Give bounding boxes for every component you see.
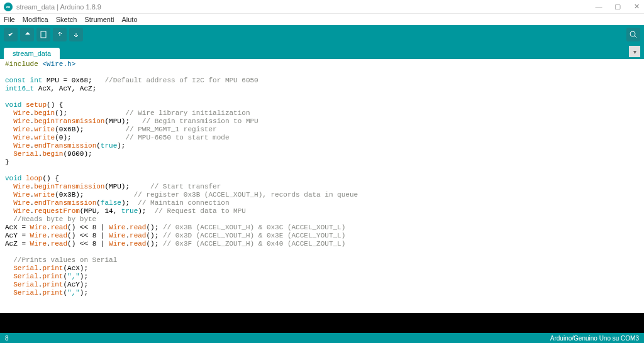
code-token: AcZ = <box>5 240 30 248</box>
code-token: // PWR_MGMT_1 register <box>125 126 216 133</box>
code-token: Wire <box>109 224 125 231</box>
code-token: (0x3B); <box>55 191 133 199</box>
code-token: // Begin transmission to MPU <box>142 117 258 125</box>
code-token: begin <box>34 109 55 117</box>
code-token: read <box>130 224 146 231</box>
code-token: } <box>5 158 9 166</box>
code-token: Serial <box>13 150 38 158</box>
code-token: write <box>34 134 55 141</box>
minimize-button[interactable]: — <box>595 3 602 11</box>
statusbar: 8 Arduino/Genuino Uno su COM3 <box>0 333 644 343</box>
tab-active[interactable]: stream_data <box>4 48 60 59</box>
code-token: #include <box>5 60 38 68</box>
code-token: (9600); <box>63 150 92 158</box>
code-token: // Start transfer <box>150 183 221 190</box>
code-token: (); <box>55 109 125 117</box>
tab-menu-dropdown[interactable]: ▾ <box>629 46 640 57</box>
code-token: (MPU); <box>104 117 142 125</box>
code-token: false <box>101 199 121 207</box>
code-token: () { <box>47 101 63 109</box>
code-token: AcY = <box>5 232 30 239</box>
code-token: "," <box>67 273 80 280</box>
tabbar: stream_data ▾ <box>0 44 644 59</box>
code-token: endTransmission <box>34 199 96 207</box>
code-token: //Reads byte by byte <box>13 215 96 223</box>
close-button[interactable]: ✕ <box>633 3 640 11</box>
code-token: (AcX); <box>63 264 88 272</box>
menu-help[interactable]: Aiuto <box>121 16 137 23</box>
verify-button[interactable] <box>4 28 18 41</box>
new-button[interactable] <box>36 28 50 41</box>
toolbar <box>0 25 644 44</box>
code-token: Wire <box>13 126 30 133</box>
code-token: () << 8 | <box>67 232 109 239</box>
open-button[interactable] <box>53 28 67 41</box>
code-token: Wire <box>13 134 30 141</box>
code-token: (); <box>146 224 162 231</box>
code-token: Wire <box>13 207 30 215</box>
menu-file[interactable]: File <box>4 16 15 23</box>
code-token: endTransmission <box>34 142 96 150</box>
save-button[interactable] <box>69 28 83 41</box>
code-token: print <box>42 289 63 297</box>
code-token: write <box>34 191 55 199</box>
code-token: Serial <box>13 273 38 280</box>
code-token: Wire <box>13 199 30 207</box>
code-token: ); <box>138 207 154 215</box>
code-token: // Request data to MPU <box>155 207 246 215</box>
code-token: Wire <box>109 240 125 248</box>
code-token: true <box>121 207 138 215</box>
app-icon: ∞ <box>4 3 13 11</box>
code-token: Wire <box>13 183 30 190</box>
menubar: File Modifica Sketch Strumenti Aiuto <box>0 14 644 25</box>
code-token: (MPU); <box>104 183 150 190</box>
code-token: (); <box>146 240 162 248</box>
code-token: void <box>5 175 21 182</box>
status-line-number: 8 <box>5 335 9 342</box>
code-token: read <box>130 232 146 239</box>
menu-tools[interactable]: Strumenti <box>84 16 114 23</box>
code-token: setup <box>26 101 47 109</box>
code-token: // 0x3D (ACCEL_YOUT_H) & 0x3E (ACCEL_YOU… <box>163 232 345 239</box>
code-token: Wire <box>13 109 30 117</box>
status-board-port: Arduino/Genuino Uno su COM3 <box>550 335 639 342</box>
code-token: //Default address of I2C for MPU 6050 <box>104 77 258 84</box>
code-token: (); <box>146 232 162 239</box>
code-editor[interactable]: #include <Wire.h> const int MPU = 0x68; … <box>0 59 644 313</box>
code-token: int16_t <box>5 85 34 92</box>
menu-sketch[interactable]: Sketch <box>56 16 77 23</box>
code-token: Wire <box>109 232 125 239</box>
serial-monitor-button[interactable] <box>626 28 640 41</box>
code-token: requestFrom <box>34 207 80 215</box>
maximize-button[interactable]: ▢ <box>614 3 621 11</box>
menu-edit[interactable]: Modifica <box>23 16 48 23</box>
code-token: // 0x3F (ACCEL_ZOUT_H) & 0x40 (ACCEL_ZOU… <box>163 240 345 248</box>
code-token: // 0x3B (ACCEL_XOUT_H) & 0x3C (ACCEL_XOU… <box>163 224 345 231</box>
code-token: //Prints values on Serial <box>13 256 117 264</box>
svg-point-1 <box>630 31 635 36</box>
code-token: Wire <box>13 142 30 150</box>
upload-button[interactable] <box>20 28 34 41</box>
code-token: print <box>42 264 63 272</box>
titlebar: ∞ stream_data | Arduino 1.8.9 — ▢ ✕ <box>0 0 644 14</box>
code-token: AcX = <box>5 224 30 231</box>
code-token: () { <box>42 175 58 182</box>
code-token: Wire <box>30 240 47 248</box>
code-token: beginTransmission <box>34 117 104 125</box>
code-token: const int <box>5 77 42 84</box>
code-token: read <box>130 240 146 248</box>
code-token: Serial <box>13 289 38 297</box>
code-token: () << 8 | <box>67 240 109 248</box>
code-token: begin <box>42 150 63 158</box>
code-token: true <box>101 142 117 150</box>
code-token: (AcY); <box>63 281 88 288</box>
code-token: beginTransmission <box>34 183 104 190</box>
code-token: print <box>42 281 63 288</box>
code-token: (0); <box>55 134 125 141</box>
code-token: print <box>42 273 63 280</box>
code-token: (MPU, 14, <box>80 207 121 215</box>
code-token: () << 8 | <box>67 224 109 231</box>
code-token: <Wire.h> <box>42 60 75 68</box>
code-token: read <box>51 232 67 239</box>
window-controls: — ▢ ✕ <box>595 3 640 11</box>
